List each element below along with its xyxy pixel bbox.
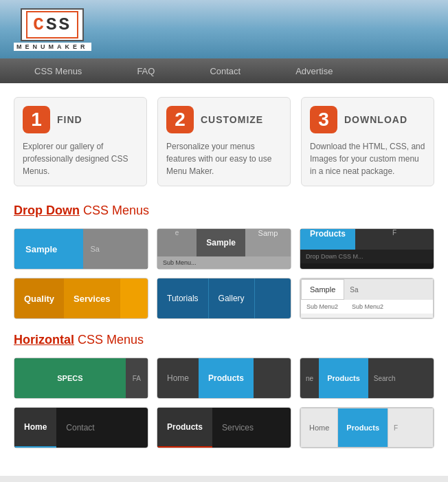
prod-serv-products: Products <box>157 408 212 448</box>
home-prod2-products: Products <box>338 408 388 447</box>
nav-css-menus[interactable]: CSS Menus <box>7 66 109 76</box>
horizontal-menu-grid: SPECS FA Home Products ne Products Searc… <box>14 358 434 448</box>
dropdown-section-title: Drop Down CSS Menus <box>14 204 434 218</box>
header: CSS MENUMAKER <box>0 0 448 58</box>
step-2-number: 2 <box>166 106 194 133</box>
gray-menu-right: Samp <box>245 229 291 256</box>
logo[interactable]: CSS MENUMAKER <box>14 8 91 51</box>
search-left: ne <box>300 358 319 398</box>
blue-menu-sample-tab: Sample <box>14 229 83 269</box>
horizontal-section-title: Horizontal CSS Menus <box>14 333 434 347</box>
quality-tab: Quality <box>14 278 64 318</box>
horizontal-menu-3[interactable]: ne Products Search <box>300 358 434 399</box>
horizontal-menu-2[interactable]: Home Products <box>157 358 291 399</box>
step-2-header: 2 CUSTOMIZE <box>166 106 282 133</box>
blue-menu-inactive-tab: Sa <box>83 229 148 269</box>
gallery-tab: Gallery <box>209 278 255 318</box>
dropdown-title-rest: CSS Menus <box>80 204 149 217</box>
nav-contact[interactable]: Contact <box>182 66 268 76</box>
search-products-tab: Products <box>319 358 368 398</box>
step-3-card: 3 DOWNLOAD Download the HTML, CSS, and I… <box>301 97 434 186</box>
nav-advertise[interactable]: Advertise <box>268 66 360 76</box>
step-2-desc: Personalize your menus features with our… <box>166 140 282 177</box>
submenu-item-1: Sub Menu2 <box>306 303 338 310</box>
services-tab: Services <box>64 278 120 318</box>
products-dark-side: F <box>355 229 434 250</box>
logo-box: CSS <box>21 8 84 41</box>
step-1-header: 1 FIND <box>23 106 138 133</box>
horizontal-menu-6[interactable]: Home Products F <box>300 407 434 448</box>
home-prod2-side: F <box>388 408 403 447</box>
step-1-desc: Explorer our gallery of professionally d… <box>23 140 138 177</box>
dropdown-menu-grid: Sample Sa e Sample Samp Sub Menu... Prod… <box>14 228 434 319</box>
dropdown-menu-4[interactable]: Quality Services <box>14 278 148 319</box>
specs-side: FA <box>126 358 148 398</box>
step-1-title: FIND <box>57 114 82 125</box>
gray-menu-sub: Sub Menu... <box>157 256 291 269</box>
home-prod2-home: Home <box>301 408 338 447</box>
gray-menu-center: Sample <box>197 229 245 256</box>
dropdown-menu-6[interactable]: Sample Sa Sub Menu2 Sub Menu2 <box>300 278 434 319</box>
steps-section: 1 FIND Explorer our gallery of professio… <box>14 97 434 186</box>
submenu-item-2: Sub Menu2 <box>352 303 383 310</box>
tutorials-tab: Tutorials <box>157 278 209 318</box>
step-3-desc: Download the HTML, CSS, and Images for y… <box>310 140 425 177</box>
dropdown-menu-5[interactable]: Tutorials Gallery <box>157 278 291 319</box>
horizontal-menu-1[interactable]: SPECS FA <box>14 358 148 399</box>
sample-sub-side: Sa <box>344 279 433 300</box>
search-label: Search <box>368 358 401 398</box>
main-content: 1 FIND Explorer our gallery of professio… <box>0 83 448 476</box>
products-dark-sub: Drop Down CSS M... <box>300 250 434 263</box>
dropdown-menu-2[interactable]: e Sample Samp Sub Menu... <box>157 228 291 270</box>
dropdown-menu-1[interactable]: Sample Sa <box>14 228 148 270</box>
products-tab-active: Products <box>199 358 254 398</box>
home-tab: Home <box>157 358 199 398</box>
step-3-title: DOWNLOAD <box>344 114 407 125</box>
nav-bar: CSS Menus FAQ Contact Advertise <box>0 58 448 83</box>
sample-sub-tab: Sample <box>301 279 344 300</box>
step-1-number: 1 <box>23 106 50 133</box>
products-dark-tab: Products <box>300 229 355 250</box>
horizontal-title-rest: CSS Menus <box>74 333 144 347</box>
dropdown-title-highlight: Drop Down <box>14 204 80 217</box>
prod-serv-services: Services <box>212 408 263 448</box>
specs-tab: SPECS <box>14 358 126 398</box>
dropdown-menu-3[interactable]: Products F Drop Down CSS M... <box>300 228 434 270</box>
step-2-card: 2 CUSTOMIZE Personalize your menus featu… <box>157 97 291 186</box>
home-contact-home: Home <box>14 408 56 448</box>
step-2-title: CUSTOMIZE <box>201 114 263 125</box>
step-1-card: 1 FIND Explorer our gallery of professio… <box>14 97 147 186</box>
home-contact-contact: Contact <box>56 408 104 448</box>
horizontal-menu-5[interactable]: Products Services <box>157 407 291 448</box>
gray-menu-left: e <box>157 229 197 256</box>
horizontal-title-highlight: Horizontal <box>14 333 74 347</box>
logo-menumaker-text: MENUMAKER <box>14 43 91 51</box>
nav-faq[interactable]: FAQ <box>109 66 182 76</box>
horizontal-menu-4[interactable]: Home Contact <box>14 407 148 448</box>
step-3-number: 3 <box>310 106 337 133</box>
step-3-header: 3 DOWNLOAD <box>310 106 425 133</box>
